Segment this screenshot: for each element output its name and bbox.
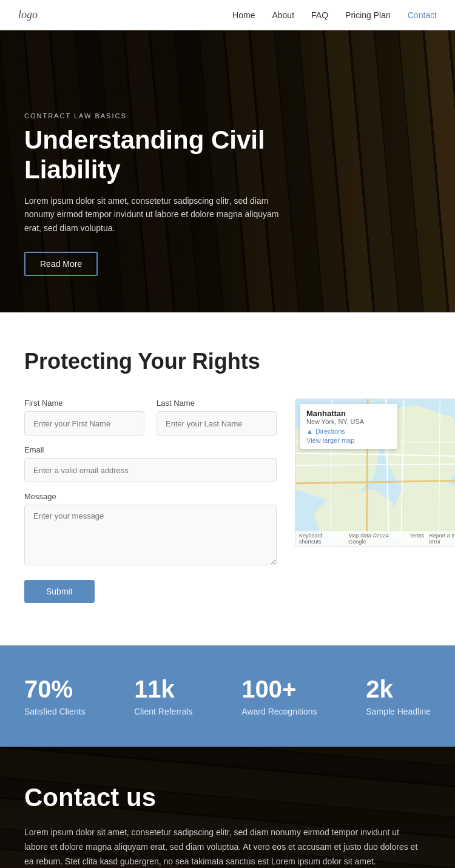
stat-label-1: Client Referrals <box>134 707 192 716</box>
message-textarea[interactable] <box>24 505 277 565</box>
contact-us-section: Contact us Lorem ipsum dolor sit amet, c… <box>0 747 455 868</box>
map-report: Report a map error <box>429 533 455 545</box>
hero-section: CONTRACT LAW BASICS Understanding Civil … <box>0 30 455 312</box>
view-larger-map-link[interactable]: View larger map <box>306 437 391 444</box>
contact-layout: First Name Last Name Email Message Submi… <box>24 399 431 603</box>
stat-label-0: Satisfied Clients <box>24 707 85 716</box>
stat-number-2: 100+ <box>241 676 317 703</box>
stat-label-3: Sample Headline <box>366 707 431 716</box>
first-name-input[interactable] <box>24 411 144 436</box>
stat-item-2: 100+ Award Recognitions <box>241 676 317 716</box>
map-footer: Keyboard shortcuts Map data ©2024 Google… <box>295 531 455 546</box>
stat-number-1: 11k <box>134 676 192 703</box>
navbar: logo Home About FAQ Pricing Plan Contact <box>0 0 455 30</box>
email-input[interactable] <box>24 458 277 482</box>
email-label: Email <box>24 445 277 454</box>
contact-us-content: Contact us Lorem ipsum dolor sit amet, c… <box>24 783 431 868</box>
nav-links: Home About FAQ Pricing Plan Contact <box>232 10 437 21</box>
nav-logo: logo <box>18 8 38 21</box>
map-data: Map data ©2024 Google <box>348 533 405 545</box>
submit-button[interactable]: Submit <box>24 580 95 603</box>
map-container[interactable]: Manhattan New York, NY, USA ▲ Directions… <box>295 399 455 547</box>
contact-us-description: Lorem ipsum dolor sit amet, consetetur s… <box>24 826 425 868</box>
map-place-address: New York, NY, USA <box>306 418 391 425</box>
nav-about[interactable]: About <box>272 10 294 20</box>
map-side: Manhattan New York, NY, USA ▲ Directions… <box>295 399 455 547</box>
stats-section: 70% Satisfied Clients 11k Client Referra… <box>0 645 455 747</box>
stat-label-2: Award Recognitions <box>241 707 317 716</box>
map-terms: Terms <box>410 533 425 545</box>
hero-title: Understanding Civil Liability <box>24 126 340 184</box>
hero-content: CONTRACT LAW BASICS Understanding Civil … <box>0 112 364 276</box>
read-more-button[interactable]: Read More <box>24 252 98 276</box>
hero-description: Lorem ipsum dolor sit amet, consetetur s… <box>24 194 291 235</box>
map-visual: Manhattan New York, NY, USA ▲ Directions… <box>295 399 455 546</box>
stat-item-1: 11k Client Referrals <box>134 676 192 716</box>
stat-item-3: 2k Sample Headline <box>366 676 431 716</box>
message-label: Message <box>24 492 277 501</box>
message-group: Message <box>24 492 277 565</box>
last-name-group: Last Name <box>157 399 277 436</box>
map-keyboard: Keyboard shortcuts <box>299 533 343 545</box>
first-name-label: First Name <box>24 399 144 408</box>
contact-us-title: Contact us <box>24 783 431 812</box>
hero-tag: CONTRACT LAW BASICS <box>24 112 340 119</box>
directions-icon: ▲ <box>306 428 313 435</box>
first-name-group: First Name <box>24 399 144 436</box>
map-directions-link[interactable]: ▲ Directions <box>306 428 391 435</box>
nav-contact[interactable]: Contact <box>408 10 437 20</box>
nav-faq[interactable]: FAQ <box>311 10 328 20</box>
nav-home[interactable]: Home <box>232 10 255 20</box>
last-name-input[interactable] <box>157 411 277 436</box>
map-place-name: Manhattan <box>306 409 391 418</box>
form-side: First Name Last Name Email Message Submi… <box>24 399 277 603</box>
form-section: Protecting Your Rights First Name Last N… <box>0 312 455 645</box>
nav-pricing[interactable]: Pricing Plan <box>345 10 391 20</box>
stat-item-0: 70% Satisfied Clients <box>24 676 85 716</box>
map-info-box: Manhattan New York, NY, USA ▲ Directions… <box>300 404 397 449</box>
form-section-title: Protecting Your Rights <box>24 349 431 374</box>
email-group: Email <box>24 445 277 482</box>
name-row: First Name Last Name <box>24 399 277 436</box>
last-name-label: Last Name <box>157 399 277 408</box>
stats-grid: 70% Satisfied Clients 11k Client Referra… <box>24 676 431 716</box>
stat-number-3: 2k <box>366 676 431 703</box>
stat-number-0: 70% <box>24 676 85 703</box>
